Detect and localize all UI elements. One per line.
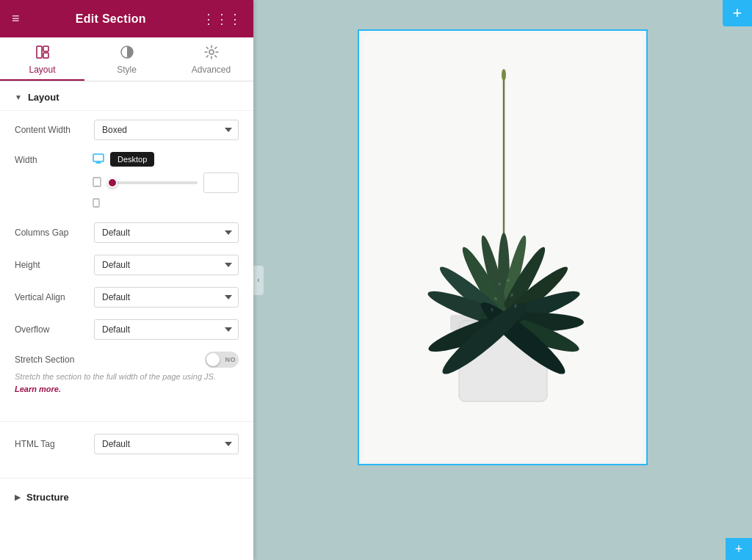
svg-rect-1 [43, 46, 48, 51]
desktop-icon[interactable] [93, 153, 104, 166]
canvas-section [358, 29, 648, 465]
stretch-section-toggle[interactable]: NO [205, 352, 239, 368]
vertical-align-select[interactable]: Default Top Middle Bottom [94, 287, 239, 308]
vertical-align-row: Vertical Align Default Top Middle Bottom [15, 287, 239, 308]
overflow-select[interactable]: Default Hidden [94, 319, 239, 340]
svg-point-9 [96, 206, 97, 206]
structure-arrow-icon: ▶ [15, 493, 21, 501]
vertical-align-control: Default Top Middle Bottom [94, 287, 239, 308]
content-width-row: Content Width Boxed Full Width [15, 120, 239, 140]
html-tag-select[interactable]: Default header main footer section artic… [94, 434, 239, 454]
plus-top-icon: + [733, 4, 742, 23]
tab-layout[interactable]: Layout [0, 37, 84, 81]
structure-section-heading[interactable]: ▶ Structure [0, 481, 253, 513]
stretch-section-row: Stretch Section NO Stretch the section t… [15, 352, 239, 401]
html-tag-label: HTML Tag [15, 439, 88, 449]
width-slider[interactable] [107, 181, 198, 184]
layout-arrow-icon: ▼ [15, 93, 22, 101]
overflow-row: Overflow Default Hidden [15, 319, 239, 340]
overflow-label: Overflow [15, 324, 88, 335]
content-width-label: Content Width [15, 125, 88, 135]
layout-icon [35, 45, 50, 62]
panel-header: ≡ Edit Section ⋮⋮⋮ [0, 0, 253, 37]
content-width-select[interactable]: Boxed Full Width [94, 120, 239, 140]
svg-point-7 [96, 185, 97, 186]
stretch-section-label: Stretch Section [15, 354, 199, 365]
plant-image [359, 31, 646, 464]
add-section-bottom-button[interactable]: + [726, 538, 752, 560]
collapse-handle[interactable]: ‹ [253, 266, 264, 295]
advanced-icon [204, 45, 219, 62]
learn-more-link[interactable]: Learn more. [15, 385, 61, 393]
width-value-box[interactable] [203, 172, 239, 193]
plant-svg [364, 34, 643, 460]
add-section-top-button[interactable]: + [723, 0, 752, 26]
canvas-section-inner [359, 31, 646, 464]
tab-advanced-label: Advanced [192, 65, 231, 75]
svg-point-15 [502, 69, 506, 81]
html-tag-control: Default header main footer section artic… [94, 434, 239, 454]
html-tag-row: HTML Tag Default header main footer sect… [15, 434, 239, 454]
responsive-icons: Desktop [93, 152, 239, 167]
columns-gap-select[interactable]: Default No Gap Narrow Extended Wide [94, 222, 239, 243]
overflow-control: Default Hidden [94, 319, 239, 340]
tab-style[interactable]: Style [84, 37, 169, 81]
tab-layout-label: Layout [29, 65, 55, 75]
grid-icon[interactable]: ⋮⋮⋮ [202, 11, 242, 27]
layout-form: Content Width Boxed Full Width Width [0, 111, 253, 418]
collapse-icon: ‹ [257, 276, 259, 284]
hamburger-menu-icon[interactable]: ≡ [12, 11, 20, 26]
svg-rect-2 [43, 53, 48, 58]
panel-title: Edit Section [76, 12, 146, 26]
svg-rect-0 [37, 46, 42, 58]
style-icon [120, 45, 134, 62]
svg-point-4 [209, 50, 214, 54]
desktop-tooltip: Desktop [110, 152, 154, 167]
stretch-toggle-row: Stretch Section NO [15, 352, 239, 368]
height-control: Default Fit to Screen Min Height [94, 255, 239, 275]
divider-2 [0, 478, 253, 479]
vertical-align-label: Vertical Align [15, 292, 88, 302]
width-row: Width Desktop [15, 152, 239, 211]
stretch-hint: Stretch the section to the full width of… [15, 371, 239, 395]
divider-1 [0, 421, 253, 422]
left-panel: ≡ Edit Section ⋮⋮⋮ Layout Style [0, 0, 253, 560]
width-controls: Desktop [93, 152, 239, 211]
height-select[interactable]: Default Fit to Screen Min Height [94, 255, 239, 275]
tablet-icon[interactable] [93, 177, 101, 189]
height-row: Height Default Fit to Screen Min Height [15, 255, 239, 275]
columns-gap-control: Default No Gap Narrow Extended Wide [94, 222, 239, 243]
main-canvas: ‹ + [253, 0, 752, 560]
layout-section-heading[interactable]: ▼ Layout [0, 81, 253, 111]
slider-row [93, 172, 239, 193]
plus-bottom-icon: + [735, 542, 743, 557]
columns-gap-row: Columns Gap Default No Gap Narrow Extend… [15, 222, 239, 243]
structure-section-label: Structure [26, 492, 69, 503]
toggle-no-label: NO [225, 356, 236, 363]
mobile-icon[interactable] [93, 200, 100, 209]
width-label: Width [15, 152, 88, 165]
tabs-bar: Layout Style Advanced [0, 37, 253, 81]
columns-gap-label: Columns Gap [15, 228, 88, 238]
tab-advanced[interactable]: Advanced [169, 37, 253, 81]
svg-rect-5 [93, 154, 104, 161]
toggle-knob [206, 353, 220, 366]
html-tag-section: HTML Tag Default header main footer sect… [0, 425, 253, 475]
panel-body: ▼ Layout Content Width Boxed Full Width … [0, 81, 253, 560]
content-width-control: Boxed Full Width [94, 120, 239, 140]
tab-style-label: Style [117, 65, 137, 75]
width-slider-container [107, 175, 198, 190]
layout-section-label: Layout [28, 92, 59, 103]
height-label: Height [15, 260, 88, 270]
